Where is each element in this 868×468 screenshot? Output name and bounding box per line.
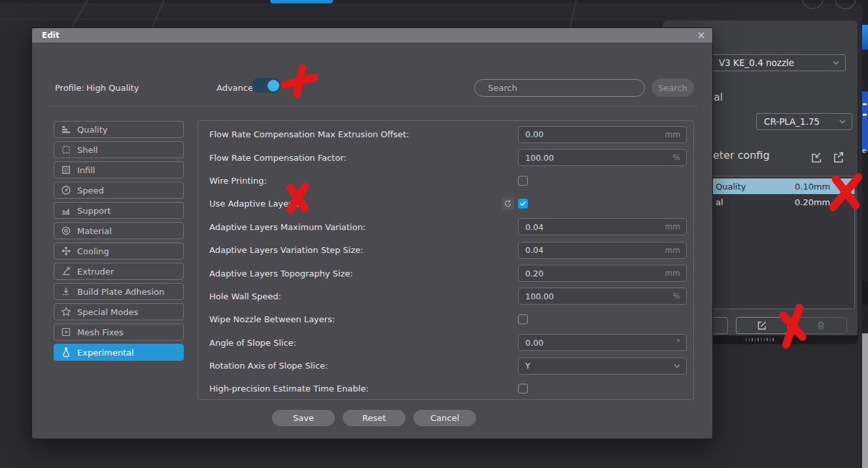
setting-input[interactable]: 100.00% bbox=[518, 149, 687, 166]
shell-icon bbox=[61, 144, 71, 155]
advanced-toggle[interactable] bbox=[252, 78, 281, 93]
profile-list-row[interactable]: al0.20mm bbox=[712, 194, 854, 210]
infill-icon bbox=[61, 165, 71, 175]
setting-input[interactable]: 0.04mm bbox=[518, 218, 687, 235]
sidebar-item-build-plate-adhesion[interactable]: Build Plate Adhesion bbox=[54, 283, 184, 300]
setting-value: 0.00 bbox=[525, 338, 676, 348]
setting-label: Flow Rate Compensation Factor: bbox=[209, 153, 518, 163]
setting-input[interactable]: 100.00% bbox=[518, 288, 687, 305]
setting-row: Adaptive Layers Topography Size:0.20mm bbox=[198, 261, 693, 284]
setting-input[interactable]: 0.04mm bbox=[518, 242, 687, 259]
toolbar-circle-button[interactable] bbox=[802, 0, 824, 9]
sidebar-item-quality[interactable]: Quality bbox=[54, 121, 184, 138]
edge-logo-block bbox=[862, 92, 868, 152]
sidebar-item-support[interactable]: Support bbox=[54, 202, 184, 219]
delete-profile-button[interactable] bbox=[795, 317, 847, 334]
setting-row: Angle of Slope Slice:0.00° bbox=[198, 331, 693, 354]
setting-row: Wire Printing: bbox=[198, 169, 693, 192]
sidebar-item-label: Experimental bbox=[77, 348, 134, 358]
dialog-title: Edit bbox=[42, 31, 60, 40]
sidebar-item-label: Cooling bbox=[77, 246, 109, 256]
material-section-label: al bbox=[714, 91, 723, 103]
setting-unit: mm bbox=[665, 222, 680, 231]
setting-input[interactable]: 0.00mm bbox=[518, 126, 687, 143]
setting-checkbox[interactable] bbox=[518, 199, 528, 209]
sidebar-item-mesh-fixes[interactable]: Mesh Fixes bbox=[54, 324, 184, 341]
profile-layer-height: 0.10mm bbox=[795, 182, 830, 192]
setting-label: High-precision Estimate Time Enable: bbox=[209, 384, 518, 393]
setting-label: Use Adaptive Layers: bbox=[209, 199, 518, 209]
setting-unit: mm bbox=[665, 269, 680, 278]
edge-dark-block bbox=[862, 281, 868, 305]
setting-label: Angle of Slope Slice: bbox=[209, 338, 518, 348]
trash-icon bbox=[816, 320, 826, 331]
sidebar-item-label: Speed bbox=[77, 186, 104, 195]
dialog-titlebar[interactable]: Edit × bbox=[32, 28, 712, 42]
material-icon bbox=[61, 226, 71, 236]
setting-input[interactable]: 0.20mm bbox=[518, 265, 687, 282]
sidebar-item-cooling[interactable]: Cooling bbox=[54, 242, 184, 259]
close-icon[interactable]: × bbox=[696, 31, 706, 41]
printer-dropdown[interactable]: V3 KE_0.4 nozzle bbox=[711, 54, 846, 71]
setting-checkbox[interactable] bbox=[518, 384, 528, 393]
search-input[interactable] bbox=[475, 80, 644, 96]
sidebar-item-shell[interactable]: Shell bbox=[54, 141, 184, 158]
toolbar-primary-button-partial[interactable] bbox=[270, 0, 333, 3]
setting-label: Flow Rate Compensation Max Extrusion Off… bbox=[209, 129, 518, 139]
export-profile-icon[interactable] bbox=[831, 151, 844, 164]
setting-unit: mm bbox=[665, 130, 680, 139]
sidebar-item-label: Quality bbox=[77, 125, 107, 135]
setting-value: Y bbox=[525, 361, 674, 371]
setting-row: Flow Rate Compensation Factor:100.00% bbox=[198, 146, 693, 169]
setting-label: Adaptive Layers Maximum Variation: bbox=[209, 222, 518, 232]
dialog-footer: SaveResetCancel bbox=[272, 410, 476, 426]
setting-row: Adaptive Layers Maximum Variation:0.04mm bbox=[198, 216, 693, 239]
sidebar-item-speed[interactable]: Speed bbox=[54, 182, 184, 199]
setting-row: Rotation Axis of Slope Slice:Y bbox=[198, 354, 693, 377]
setting-input[interactable]: 0.00° bbox=[518, 334, 687, 351]
cancel-button[interactable]: Cancel bbox=[413, 410, 476, 426]
sidebar-item-special-modes[interactable]: Special Modes bbox=[54, 303, 184, 320]
divider bbox=[50, 106, 697, 107]
setting-label: Wipe Nozzle Between Layers: bbox=[209, 314, 518, 324]
material-dropdown[interactable]: CR-PLA_1.75 bbox=[756, 113, 852, 130]
profile-list-row[interactable]: Quality0.10mm bbox=[712, 178, 854, 194]
setting-row: High-precision Estimate Time Enable: bbox=[198, 377, 693, 400]
setting-checkbox[interactable] bbox=[518, 314, 528, 324]
setting-value: 100.00 bbox=[525, 153, 673, 163]
sidebar-item-experimental[interactable]: Experimental bbox=[54, 344, 184, 361]
reset-icon[interactable] bbox=[502, 197, 514, 210]
reset-button[interactable]: Reset bbox=[343, 410, 406, 426]
sidebar-item-infill[interactable]: Infill bbox=[54, 161, 184, 178]
edit-profile-dialog: Edit × Profile: High Quality Advanced Se… bbox=[31, 27, 713, 439]
toolbar-circle-button[interactable] bbox=[835, 0, 856, 9]
toggle-knob bbox=[268, 80, 279, 92]
settings-panel: Flow Rate Compensation Max Extrusion Off… bbox=[198, 120, 694, 400]
sidebar-item-extruder[interactable]: Extruder bbox=[54, 263, 184, 280]
setting-select[interactable]: Y bbox=[518, 358, 687, 375]
sidebar-item-material[interactable]: Material bbox=[54, 222, 184, 239]
setting-value: 100.00 bbox=[525, 292, 673, 301]
top-bar bbox=[0, 0, 868, 3]
support-icon bbox=[61, 205, 71, 216]
edit-icon bbox=[757, 320, 767, 331]
search-button[interactable]: Search bbox=[651, 78, 694, 97]
setting-label: Rotation Axis of Slope Slice: bbox=[209, 361, 518, 371]
import-profile-icon[interactable] bbox=[809, 151, 822, 164]
setting-row: Flow Rate Compensation Max Extrusion Off… bbox=[198, 123, 693, 146]
sidebar-item-label: Mesh Fixes bbox=[77, 327, 124, 337]
setting-row: Hole Wall Speed:100.00% bbox=[198, 285, 693, 308]
edit-profile-button[interactable] bbox=[736, 317, 788, 334]
setting-label: Hole Wall Speed: bbox=[209, 292, 518, 301]
setting-checkbox[interactable] bbox=[518, 176, 528, 186]
edge-light-block bbox=[862, 333, 868, 468]
sidebar-item-label: Infill bbox=[77, 165, 95, 175]
drag-handle[interactable] bbox=[746, 338, 774, 341]
save-button[interactable]: Save bbox=[272, 410, 335, 426]
setting-label: Adaptive Layers Topography Size: bbox=[209, 269, 518, 278]
setting-row: Wipe Nozzle Between Layers: bbox=[198, 308, 693, 331]
search-field bbox=[474, 79, 645, 97]
profile-name: al bbox=[716, 197, 795, 207]
speed-icon bbox=[61, 185, 71, 195]
sidebar-item-label: Build Plate Adhesion bbox=[77, 287, 164, 297]
